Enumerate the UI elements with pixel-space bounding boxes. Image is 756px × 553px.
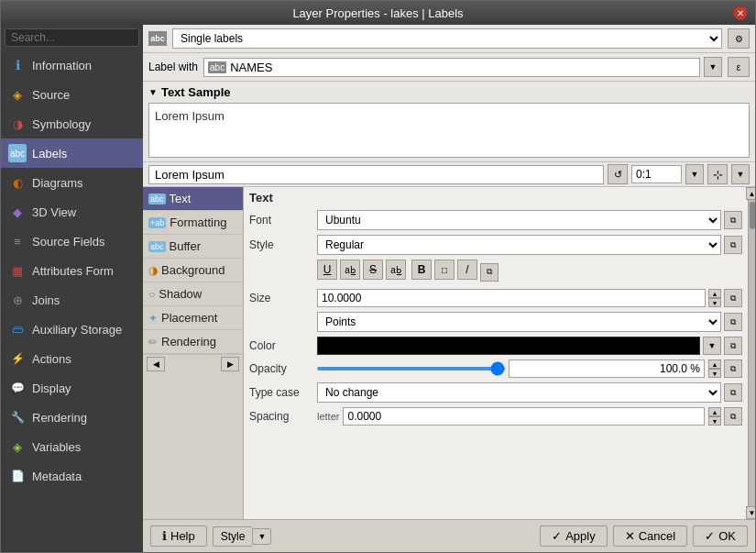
cancel-button[interactable]: ✕ Cancel (613, 525, 687, 547)
label-field-display: abc NAMES (203, 58, 700, 77)
sidebar-item-joins[interactable]: ⊕ Joins (1, 285, 143, 315)
bold-b-button[interactable]: B (411, 260, 432, 280)
scroll-up-arrow[interactable]: ▲ (746, 187, 756, 200)
sidebar-item-rendering[interactable]: 🔧 Rendering (1, 403, 143, 432)
sidebar-item-variables[interactable]: ◈ Variables (1, 432, 143, 461)
color-dropdown-arrow[interactable]: ▼ (703, 337, 721, 355)
sidebar-item-display[interactable]: 💬 Display (1, 373, 143, 403)
refresh-button[interactable]: ↺ (608, 164, 628, 184)
sidebar-search-container (1, 25, 143, 50)
size-unit-select[interactable]: Points Pixels Millimeters Inches (317, 312, 721, 332)
sidebar-item-auxstorage[interactable]: 🗃 Auxiliary Storage (1, 315, 143, 344)
bottom-bar: ℹ Help Style ▼ ✓ Apply ✕ Cancel (143, 519, 755, 552)
label-mode-select[interactable]: No labels Single labels Rule-based label… (172, 28, 722, 49)
color-copy-button[interactable]: ⧉ (724, 337, 742, 355)
actions-icon: ⚡ (8, 349, 27, 368)
sidebar-item-information[interactable]: ℹ Information (1, 50, 143, 80)
fmt-square-button[interactable]: □ (434, 260, 455, 280)
sidebar-item-3dview[interactable]: ◆ 3D View (1, 197, 143, 227)
size-up-button[interactable]: ▲ (708, 289, 721, 298)
cursor-button[interactable]: ⊹ (707, 164, 728, 184)
size-down-button[interactable]: ▼ (708, 298, 721, 307)
size-copy-button[interactable]: ⧉ (724, 289, 742, 307)
font-label: Font (249, 214, 313, 227)
label-field-expr-button[interactable]: ε (728, 57, 750, 77)
format-buttons-control: U ab̲ S ab̲ B □ / ⧉ (317, 260, 742, 284)
sidebar-item-metadata[interactable]: 📄 Metadata (1, 461, 143, 491)
spacing-down-button[interactable]: ▼ (708, 416, 721, 426)
typecase-select[interactable]: No change All uppercase All lowercase Ti… (317, 382, 721, 403)
label-expr-button[interactable]: ⚙ (728, 28, 750, 49)
opacity-control: ▲ ▼ ⧉ (317, 359, 742, 378)
opacity-down-button[interactable]: ▼ (708, 369, 721, 378)
sidebar-item-labels[interactable]: abc Labels (1, 138, 143, 168)
help-button[interactable]: ℹ Help (150, 525, 207, 547)
size-input[interactable] (317, 289, 706, 307)
spacing-copy-button[interactable]: ⧉ (724, 407, 742, 426)
spacing-letter-input[interactable] (343, 407, 705, 426)
sub-nav-left[interactable]: ◀ (147, 357, 165, 371)
sub-tab-placement[interactable]: ✦ Placement (143, 306, 243, 330)
right-scrollbar[interactable]: ▲ ▼ (748, 187, 755, 519)
opacity-copy-button[interactable]: ⧉ (724, 359, 742, 378)
sidebar-item-symbology[interactable]: ◑ Symbology (1, 109, 143, 138)
scale-dropdown-arrow[interactable]: ▼ (685, 164, 704, 184)
scale-end-dropdown[interactable]: ▼ (731, 164, 750, 184)
style-button-main[interactable]: Style (213, 526, 253, 547)
close-button[interactable]: ✕ (733, 6, 748, 20)
sub-tab-text[interactable]: abc Text (143, 187, 243, 211)
font-copy-button[interactable]: ⧉ (724, 211, 742, 229)
apply-button[interactable]: ✓ Apply (540, 525, 608, 547)
sidebar: ℹ Information ◈ Source ◑ Symbology abc L… (1, 25, 143, 552)
ok-button[interactable]: ✓ OK (693, 525, 748, 547)
strikethrough-s-button[interactable]: S (363, 260, 383, 280)
scroll-down-arrow[interactable]: ▼ (746, 506, 756, 519)
sidebar-item-actions[interactable]: ⚡ Actions (1, 344, 143, 373)
style-label: Style (249, 238, 313, 251)
sidebar-item-label-information: Information (32, 59, 92, 72)
sidebar-item-sourcefields[interactable]: ≡ Source Fields (1, 227, 143, 256)
scale-input[interactable] (631, 165, 682, 183)
sidebar-search-input[interactable] (5, 28, 139, 47)
opacity-slider[interactable] (317, 367, 505, 371)
typecase-copy-button[interactable]: ⧉ (724, 383, 742, 402)
sub-tab-text-label: Text (170, 192, 192, 205)
sidebar-item-source[interactable]: ◈ Source (1, 80, 143, 109)
opacity-input[interactable] (509, 359, 706, 378)
spacing-up-button[interactable]: ▲ (708, 407, 721, 416)
style-copy-button[interactable]: ⧉ (724, 236, 742, 254)
apply-icon: ✓ (552, 529, 562, 543)
typecase-label: Type case (249, 386, 313, 399)
style-select[interactable]: Regular Bold Italic Bold Italic (317, 235, 721, 255)
style-dropdown-arrow[interactable]: ▼ (252, 528, 271, 545)
label-field-dropdown-arrow[interactable]: ▼ (704, 57, 722, 77)
font-select[interactable]: Ubuntu Arial Times New Roman (317, 210, 721, 230)
sub-tab-formatting[interactable]: +ab Formatting (143, 211, 243, 235)
sub-tab-shadow[interactable]: ○ Shadow (143, 282, 243, 306)
opacity-up-button[interactable]: ▲ (708, 359, 721, 369)
formatting-row: U ab̲ S ab̲ B □ / (317, 260, 477, 280)
underline-button[interactable]: U (317, 260, 337, 280)
format-copy-button[interactable]: ⧉ (480, 263, 499, 282)
sub-tab-buffer[interactable]: abc Buffer (143, 235, 243, 259)
size-unit-copy-button[interactable]: ⧉ (724, 313, 742, 331)
color-picker-box[interactable] (317, 337, 700, 355)
size-row: Size ▲ ▼ ⧉ (249, 289, 742, 307)
size-unit-row: Points Pixels Millimeters Inches ⧉ (249, 312, 742, 332)
sidebar-item-attrform[interactable]: ▦ Attributes Form (1, 256, 143, 285)
label-mode-icon: abc (148, 31, 167, 46)
sidebar-item-label-attrform: Attributes Form (32, 264, 114, 278)
strikethrough-ab-button[interactable]: ab̲ (340, 260, 360, 280)
ok-label: OK (718, 529, 736, 543)
fmt-slash-button[interactable]: / (457, 260, 477, 280)
titlebar: Layer Properties - lakes | Labels ✕ (1, 1, 755, 25)
scroll-thumb[interactable] (750, 202, 755, 229)
sub-tab-background[interactable]: ◑ Background (143, 259, 243, 282)
typecase-control: No change All uppercase All lowercase Ti… (317, 382, 742, 403)
sub-tab-rendering[interactable]: ✏ Rendering (143, 330, 243, 354)
sidebar-item-diagrams[interactable]: ◐ Diagrams (1, 168, 143, 197)
sub-nav-right[interactable]: ▶ (221, 357, 239, 371)
ab-subscript-button[interactable]: ab̲ (386, 260, 406, 280)
sidebar-item-label-3dview: 3D View (32, 205, 76, 219)
text-sample-header[interactable]: ▼ Text Sample (148, 85, 750, 99)
